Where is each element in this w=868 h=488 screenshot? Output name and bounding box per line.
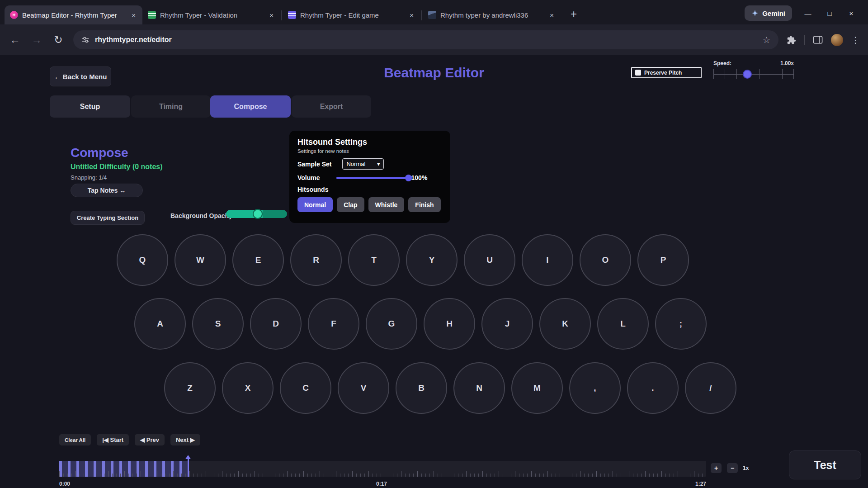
tab-close-icon[interactable]: × [268, 11, 275, 19]
next-button[interactable]: Next ▶ [170, 434, 200, 445]
timeline-zoom-out-button[interactable]: − [727, 463, 738, 473]
tab-close-icon[interactable]: × [548, 11, 555, 19]
back-icon[interactable]: ← [8, 34, 22, 46]
tab-close-icon[interactable]: × [130, 11, 137, 19]
edit-game-favicon [288, 11, 296, 19]
tab-timing[interactable]: Timing [131, 95, 211, 118]
key-r[interactable]: R [290, 234, 342, 286]
hitsound-finish-button[interactable]: Finish [408, 197, 440, 212]
key-w[interactable]: W [175, 234, 226, 286]
key-m[interactable]: M [511, 362, 563, 414]
key-g[interactable]: G [366, 298, 417, 350]
speed-slider[interactable] [713, 69, 794, 79]
side-panel-icon[interactable] [813, 35, 823, 44]
hitsound-whistle-button[interactable]: Whistle [368, 197, 405, 212]
chevron-down-icon: ▾ [377, 161, 380, 167]
tab-close-icon[interactable]: × [408, 11, 415, 19]
key-f[interactable]: F [308, 298, 359, 350]
tab-title: Rhythm Typer - Edit game [300, 11, 404, 19]
maximize-button[interactable]: □ [824, 9, 835, 17]
hitsound-settings-panel: Hitsound Settings Settings for new notes… [289, 131, 450, 223]
key-slash[interactable]: / [685, 362, 736, 414]
key-a[interactable]: A [134, 298, 186, 350]
key-h[interactable]: H [424, 298, 475, 350]
keyboard-row-top: Q W E R T Y U I O P [117, 234, 689, 286]
hitsound-normal-button[interactable]: Normal [297, 197, 333, 212]
tab-title: Rhythm typer by andrewli336 [440, 11, 544, 19]
key-s[interactable]: S [192, 298, 244, 350]
hitsound-panel-subtitle: Settings for new notes [297, 148, 442, 154]
url-text[interactable]: rhythmtyper.net/editor [95, 36, 757, 44]
profile-avatar[interactable] [831, 34, 843, 46]
key-b[interactable]: B [396, 362, 447, 414]
tap-notes-button[interactable]: Tap Notes ↔ [71, 184, 143, 197]
tab-video[interactable]: Rhythm typer by andrewli336 × [423, 5, 561, 24]
forward-icon[interactable]: → [30, 34, 43, 46]
background-opacity-label: Background Opacity: [170, 212, 235, 219]
key-q[interactable]: Q [117, 234, 168, 286]
volume-slider-knob[interactable] [405, 175, 412, 181]
preserve-pitch-label: Preserve Pitch [644, 70, 682, 76]
clear-all-button[interactable]: Clear All [59, 434, 91, 445]
extensions-icon[interactable] [787, 35, 796, 45]
background-opacity-slider[interactable] [226, 210, 287, 218]
sample-set-select[interactable]: Normal ▾ [342, 158, 384, 170]
timeline-zoom-in-button[interactable]: + [711, 463, 722, 473]
volume-slider[interactable] [336, 175, 409, 181]
minimize-button[interactable]: — [802, 9, 814, 17]
key-y[interactable]: Y [406, 234, 458, 286]
tab-validation[interactable]: Rhythm Typer - Validation × [142, 5, 280, 24]
hitsound-panel-title: Hitsound Settings [297, 137, 442, 147]
background-opacity-knob[interactable] [253, 209, 263, 219]
key-n[interactable]: N [453, 362, 505, 414]
key-j[interactable]: J [481, 298, 533, 350]
key-i[interactable]: I [522, 234, 573, 286]
gemini-label: Gemini [762, 9, 785, 17]
key-comma[interactable]: , [569, 362, 621, 414]
tab-compose[interactable]: Compose [210, 95, 291, 118]
tab-edit-game[interactable]: Rhythm Typer - Edit game × [283, 5, 420, 24]
sample-set-value: Normal [346, 161, 365, 167]
key-d[interactable]: D [250, 298, 302, 350]
key-k[interactable]: K [539, 298, 591, 350]
timeline[interactable] [59, 461, 706, 477]
gemini-button[interactable]: Gemini [745, 5, 792, 21]
timeline-zoom-level: 1x [743, 465, 749, 471]
reload-icon[interactable]: ↻ [52, 34, 65, 46]
key-p[interactable]: P [637, 234, 689, 286]
key-u[interactable]: U [464, 234, 515, 286]
playhead-stem [188, 459, 189, 477]
hitsound-clap-button[interactable]: Clap [337, 197, 364, 212]
key-period[interactable]: . [627, 362, 679, 414]
speed-slider-knob[interactable] [743, 70, 752, 79]
tab-beatmap-editor[interactable]: rt Beatmap Editor - Rhythm Typer × [5, 5, 142, 24]
key-z[interactable]: Z [164, 362, 216, 414]
test-button[interactable]: Test [789, 450, 861, 479]
tab-separator [421, 10, 422, 20]
preserve-pitch-control[interactable]: Preserve Pitch [631, 67, 702, 78]
timeline-major-ticks [59, 471, 706, 477]
tab-export[interactable]: Export [292, 95, 371, 118]
new-tab-button[interactable]: + [567, 7, 580, 21]
address-bar[interactable]: rhythmtyper.net/editor ☆ [73, 30, 778, 49]
key-o[interactable]: O [580, 234, 631, 286]
key-x[interactable]: X [222, 362, 274, 414]
key-l[interactable]: L [597, 298, 649, 350]
prev-button[interactable]: ◀ Prev [135, 434, 165, 445]
bookmark-star-icon[interactable]: ☆ [763, 35, 770, 45]
key-c[interactable]: C [280, 362, 331, 414]
overflow-menu-icon[interactable]: ⋮ [851, 35, 860, 45]
timeline-playhead[interactable] [185, 455, 191, 477]
snapping-label: Snapping: 1/4 [71, 174, 107, 181]
preserve-pitch-checkbox[interactable] [635, 70, 641, 76]
close-button[interactable]: × [845, 9, 857, 17]
tab-setup[interactable]: Setup [50, 95, 130, 118]
create-typing-section-button[interactable]: Create Typing Section [71, 211, 145, 225]
key-t[interactable]: T [348, 234, 400, 286]
key-e[interactable]: E [232, 234, 284, 286]
volume-slider-track [336, 177, 409, 179]
key-semicolon[interactable]: ; [655, 298, 707, 350]
site-settings-icon[interactable] [81, 36, 90, 44]
key-v[interactable]: V [338, 362, 389, 414]
start-button[interactable]: |◀ Start [97, 434, 129, 445]
